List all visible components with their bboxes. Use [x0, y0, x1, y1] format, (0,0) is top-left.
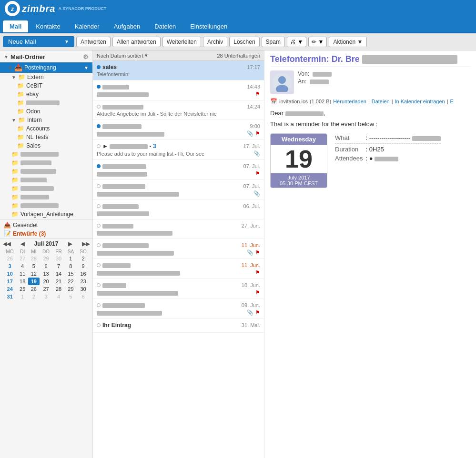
cal-cell-1-3[interactable]: 6: [40, 262, 53, 270]
email-item-9[interactable]: 11. Jun.📎⚑: [93, 239, 264, 259]
new-mail-dropdown-icon[interactable]: ▼: [64, 39, 69, 44]
nav-tab-kalender[interactable]: Kalender: [68, 20, 106, 32]
sidebar-item-blurred6[interactable]: 📁: [0, 184, 92, 193]
cal-cell-4-0[interactable]: 24: [3, 285, 17, 293]
sidebar-item-intern[interactable]: ▼ 📁 Intern: [0, 116, 92, 124]
cal-cell-4-3[interactable]: 27: [40, 285, 53, 293]
cal-prev-button[interactable]: ◀: [20, 241, 24, 247]
sidebar-item-blurred7[interactable]: 📁: [0, 193, 92, 201]
cal-prev-prev-button[interactable]: ◀◀: [3, 241, 10, 247]
email-item-13[interactable]: Ihr Eintrag31. Mai.: [93, 319, 264, 333]
print-button[interactable]: 🖨 ▼: [287, 37, 306, 47]
cal-cell-3-3[interactable]: 20: [40, 278, 53, 285]
email-item-10[interactable]: 11. Jun.⚑: [93, 259, 264, 279]
download-link[interactable]: Herunterladen: [333, 99, 366, 104]
email-item-8[interactable]: 27. Jun.: [93, 219, 264, 239]
edit-button[interactable]: ✏ ▼: [308, 37, 327, 47]
flag-icon-10[interactable]: ⚑: [255, 269, 260, 276]
nav-tab-aufgaben[interactable]: Aufgaben: [107, 20, 147, 32]
cal-cell-0-6[interactable]: 2: [77, 255, 90, 262]
cal-cell-3-0[interactable]: 17: [3, 278, 17, 285]
flag-icon-12[interactable]: ⚑: [255, 309, 260, 316]
cal-cell-4-6[interactable]: 30: [77, 285, 90, 293]
new-mail-button[interactable]: Neue Mail ▼: [3, 36, 74, 47]
sidebar-item-odoo[interactable]: 📁 Odoo: [0, 107, 92, 116]
posteingang-dropdown-icon[interactable]: ▼: [84, 65, 89, 70]
sidebar-item-extern[interactable]: ▼ 📁 Extern: [0, 73, 92, 81]
cal-cell-4-4[interactable]: 28: [52, 285, 64, 293]
sidebar-item-gesendet[interactable]: 📤 Gesendet: [0, 221, 92, 229]
cal-cell-2-5[interactable]: 15: [65, 270, 77, 278]
email-item-4[interactable]: ► - 317. Jul.Please add us to your maili…: [93, 140, 264, 160]
sidebar-item-blurred5[interactable]: 📁: [0, 176, 92, 184]
more-link[interactable]: E: [450, 99, 454, 104]
cal-cell-3-6[interactable]: 23: [77, 278, 90, 285]
flag-icon-11[interactable]: ⚑: [255, 289, 260, 296]
dateien-link[interactable]: Dateien: [372, 99, 390, 104]
archiv-button[interactable]: Archiv: [203, 37, 227, 47]
cal-cell-5-5[interactable]: 5: [65, 293, 77, 300]
cal-cell-3-2[interactable]: 19: [28, 278, 40, 285]
cal-cell-2-4[interactable]: 14: [52, 270, 64, 278]
cal-cell-0-2[interactable]: 28: [28, 255, 40, 262]
email-item-0[interactable]: sales17:17Telefontermin:: [93, 61, 264, 80]
collapse-icon[interactable]: ▼: [4, 54, 9, 60]
sort-control[interactable]: Nach Datum sortiert ▾: [97, 52, 148, 59]
sidebar-item-entuerfe[interactable]: 📝 Entwürfe (3): [0, 229, 92, 238]
sidebar-item-accounts[interactable]: 📁 Accounts: [0, 124, 92, 133]
cal-cell-1-1[interactable]: 4: [17, 262, 28, 270]
flag-icon-1[interactable]: ⚑: [255, 91, 260, 97]
cal-cell-0-4[interactable]: 30: [52, 255, 64, 262]
cal-cell-1-5[interactable]: 8: [65, 262, 77, 270]
sidebar-item-ebay[interactable]: 📁 ebay: [0, 90, 92, 99]
cal-cell-0-5[interactable]: 1: [65, 255, 77, 262]
nav-tab-kontakte[interactable]: Kontakte: [29, 20, 67, 32]
cal-cell-1-2[interactable]: 5: [28, 262, 40, 270]
cal-cell-0-0[interactable]: 26: [3, 255, 17, 262]
flag-icon-5[interactable]: ⚑: [255, 170, 260, 177]
sidebar-item-blurred8[interactable]: 📁: [0, 201, 92, 210]
cal-cell-5-3[interactable]: 3: [40, 293, 53, 300]
cal-cell-5-0[interactable]: 31: [3, 293, 17, 300]
email-item-11[interactable]: 10. Jun.⚑: [93, 279, 264, 299]
cal-cell-2-2[interactable]: 12: [28, 270, 40, 278]
cal-cell-0-1[interactable]: 27: [17, 255, 28, 262]
email-item-6[interactable]: 07. Jul.📎: [93, 180, 264, 200]
cal-next-next-button[interactable]: ▶▶: [82, 241, 90, 247]
spam-button[interactable]: Spam: [262, 37, 285, 47]
cal-cell-2-1[interactable]: 11: [17, 270, 28, 278]
cal-cell-5-2[interactable]: 2: [28, 293, 40, 300]
email-item-2[interactable]: 14:24Aktuelle Angebote im Juli - Sollte …: [93, 100, 264, 120]
cal-cell-4-5[interactable]: 29: [65, 285, 77, 293]
cal-next-button[interactable]: ▶: [68, 241, 72, 247]
cal-cell-5-4[interactable]: 4: [52, 293, 64, 300]
loeschen-button[interactable]: Löschen: [229, 37, 259, 47]
sidebar-item-nl-tests[interactable]: 📁 NL Tests: [0, 133, 92, 141]
settings-icon[interactable]: ⚙: [83, 53, 89, 60]
sidebar-item-blurred1[interactable]: 📁: [0, 99, 92, 107]
sidebar-item-blurred2[interactable]: 📁: [0, 150, 92, 159]
cal-cell-4-2[interactable]: 26: [28, 285, 40, 293]
nav-tab-mail[interactable]: Mail: [3, 20, 28, 32]
cal-cell-1-6[interactable]: 9: [77, 262, 90, 270]
cal-cell-1-0[interactable]: 3: [3, 262, 17, 270]
email-item-12[interactable]: 09. Jun.📎⚑: [93, 299, 264, 319]
antworten-button[interactable]: Antworten: [76, 37, 111, 47]
cal-cell-2-3[interactable]: 13: [40, 270, 53, 278]
sidebar-item-posteingang[interactable]: ▼ 📥 Posteingang ▼: [0, 62, 92, 73]
email-item-1[interactable]: 14:43⚑: [93, 80, 264, 100]
nav-tab-einstellungen[interactable]: Einstellungen: [183, 20, 234, 32]
cal-cell-0-3[interactable]: 29: [40, 255, 53, 262]
email-item-3[interactable]: 9:00📎⚑: [93, 120, 264, 140]
nav-tab-dateien[interactable]: Dateien: [148, 20, 182, 32]
cal-cell-4-1[interactable]: 25: [17, 285, 28, 293]
allen-antworten-button[interactable]: Allen antworten: [112, 37, 161, 47]
cal-cell-5-1[interactable]: 1: [17, 293, 28, 300]
cal-cell-3-5[interactable]: 22: [65, 278, 77, 285]
email-item-5[interactable]: 07. Jul.⚑: [93, 160, 264, 180]
sidebar-item-sales[interactable]: 📁 Sales: [0, 141, 92, 150]
cal-cell-3-1[interactable]: 18: [17, 278, 28, 285]
email-item-7[interactable]: 06. Jul.: [93, 200, 264, 219]
aktionen-button[interactable]: Aktionen ▼: [329, 37, 367, 47]
flag-icon-3[interactable]: ⚑: [255, 130, 260, 137]
